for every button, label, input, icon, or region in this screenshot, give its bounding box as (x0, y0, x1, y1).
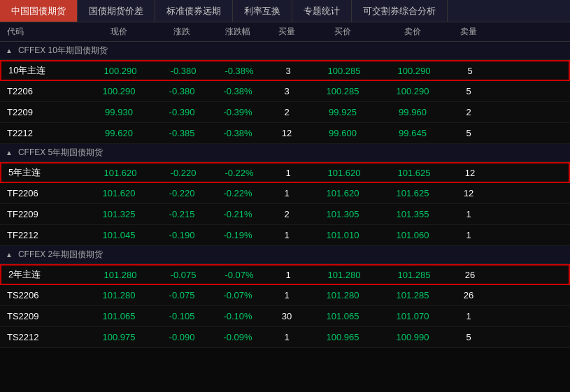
cell-sell-price: 100.290 (378, 86, 448, 96)
cell-change-pct: -0.38% (210, 128, 266, 138)
section-title-10y: ▲ CFFEX 10年期国债期货 (0, 45, 490, 57)
section-label-5y: CFFEX 5年期国债期货 (18, 147, 103, 159)
section-header-10y: ▲ CFFEX 10年期国债期货 (0, 42, 570, 60)
col-buy-price: 买价 (308, 26, 378, 38)
cell-sell-vol: 12 (449, 168, 491, 178)
cell-code: 2年主连 (1, 268, 85, 281)
tab-deliverable[interactable]: 可交割券综合分析 (352, 0, 448, 22)
cell-buy-vol: 12 (266, 128, 308, 138)
cell-buy-vol: 1 (266, 188, 308, 198)
row-5y-main[interactable]: 5年主连 101.620 -0.220 -0.22% 1 101.620 101… (0, 162, 570, 183)
cell-change-pct: -0.10% (210, 311, 266, 321)
cell-sell-price: 101.285 (378, 290, 448, 300)
cell-buy-price: 101.280 (308, 290, 378, 300)
section-title-5y: ▲ CFFEX 5年期国债期货 (0, 147, 490, 159)
cell-price: 101.280 (85, 270, 155, 280)
cell-price: 100.290 (85, 66, 155, 76)
cell-change: -0.075 (154, 290, 210, 300)
cell-buy-price: 99.925 (308, 107, 378, 117)
cell-buy-vol: 3 (266, 86, 308, 96)
cell-price: 101.620 (84, 188, 154, 198)
cell-sell-vol: 5 (448, 128, 490, 138)
cell-change-pct: -0.39% (210, 107, 266, 117)
row-tf2206[interactable]: TF2206 101.620 -0.220 -0.22% 1 101.620 1… (0, 183, 570, 204)
tab-standard-bond[interactable]: 标准债券远期 (155, 0, 233, 22)
table-body: ▲ CFFEX 10年期国债期货 10年主连 100.290 -0.380 -0… (0, 42, 570, 348)
cell-change: -0.385 (154, 128, 210, 138)
cell-sell-vol: 26 (448, 290, 490, 300)
col-sell-price: 卖价 (378, 26, 448, 38)
cell-buy-vol: 1 (266, 230, 308, 240)
cell-buy-price: 101.010 (308, 230, 378, 240)
section-title-2y: ▲ CFFEX 2年期国债期货 (0, 249, 490, 261)
cell-change: -0.075 (155, 270, 211, 280)
cell-code: 5年主连 (1, 166, 85, 179)
cell-sell-price: 101.625 (378, 188, 448, 198)
cell-change: -0.380 (154, 86, 210, 96)
row-tf2209[interactable]: TF2209 101.325 -0.215 -0.21% 2 101.305 1… (0, 204, 570, 225)
row-t2209[interactable]: T2209 99.930 -0.390 -0.39% 2 99.925 99.9… (0, 102, 570, 123)
cell-change-pct: -0.38% (211, 66, 267, 76)
cell-change: -0.390 (154, 107, 210, 117)
cell-buy-price: 100.285 (308, 86, 378, 96)
cell-sell-price: 101.355 (378, 209, 448, 219)
cell-buy-vol: 2 (266, 107, 308, 117)
cell-sell-vol: 1 (448, 311, 490, 321)
cell-buy-price: 101.620 (309, 168, 379, 178)
cell-sell-vol: 5 (448, 332, 490, 342)
cell-change-pct: -0.22% (210, 188, 266, 198)
tab-special-stats[interactable]: 专题统计 (292, 0, 352, 22)
cell-code: TF2209 (0, 209, 84, 219)
cell-price: 101.065 (84, 311, 154, 321)
cell-sell-vol: 5 (449, 66, 491, 76)
cell-change-pct: -0.07% (210, 290, 266, 300)
row-t2206[interactable]: T2206 100.290 -0.380 -0.38% 3 100.285 10… (0, 81, 570, 102)
tab-china-futures[interactable]: 中国国债期货 (0, 0, 78, 22)
row-2y-main[interactable]: 2年主连 101.280 -0.075 -0.07% 1 101.280 101… (0, 264, 570, 285)
cell-buy-vol: 1 (266, 332, 308, 342)
cell-change-pct: -0.19% (210, 230, 266, 240)
cell-buy-price: 101.065 (308, 311, 378, 321)
collapse-arrow-5y[interactable]: ▲ (6, 149, 13, 157)
cell-change: -0.090 (154, 332, 210, 342)
col-change-pct: 涨跌幅 (210, 26, 266, 38)
cell-buy-price: 100.285 (309, 66, 379, 76)
cell-buy-price: 101.620 (308, 188, 378, 198)
collapse-arrow-10y[interactable]: ▲ (6, 47, 13, 55)
cell-price: 100.290 (84, 86, 154, 96)
cell-sell-price: 101.060 (378, 230, 448, 240)
tab-price-diff[interactable]: 国债期货价差 (78, 0, 155, 22)
row-t2212[interactable]: T2212 99.620 -0.385 -0.38% 12 99.600 99.… (0, 123, 570, 144)
cell-sell-price: 101.070 (378, 311, 448, 321)
cell-code: T2212 (0, 128, 84, 138)
cell-buy-vol: 2 (266, 209, 308, 219)
cell-price: 100.975 (84, 332, 154, 342)
row-ts2209[interactable]: TS2209 101.065 -0.105 -0.10% 30 101.065 … (0, 306, 570, 327)
cell-code: TS2206 (0, 290, 84, 300)
row-ts2212[interactable]: TS2212 100.975 -0.090 -0.09% 1 100.965 1… (0, 327, 570, 348)
cell-sell-price: 99.960 (378, 107, 448, 117)
cell-sell-price: 100.290 (379, 66, 449, 76)
tab-rate-swap[interactable]: 利率互换 (233, 0, 292, 22)
col-buy-vol: 买量 (266, 26, 308, 38)
cell-price: 101.325 (84, 209, 154, 219)
cell-change-pct: -0.09% (210, 332, 266, 342)
row-10y-main[interactable]: 10年主连 100.290 -0.380 -0.38% 3 100.285 10… (0, 60, 570, 81)
row-ts2206[interactable]: TS2206 101.280 -0.075 -0.07% 1 101.280 1… (0, 285, 570, 306)
cell-buy-price: 100.965 (308, 332, 378, 342)
col-sell-vol: 卖量 (448, 26, 490, 38)
cell-sell-vol: 12 (448, 188, 490, 198)
collapse-arrow-2y[interactable]: ▲ (6, 251, 13, 259)
cell-sell-price: 101.625 (379, 168, 449, 178)
cell-change-pct: -0.38% (210, 86, 266, 96)
col-code: 代码 (0, 26, 84, 38)
cell-code: T2209 (0, 107, 84, 117)
cell-change-pct: -0.07% (211, 270, 267, 280)
cell-buy-vol: 30 (266, 311, 308, 321)
cell-code: TS2209 (0, 311, 84, 321)
section-header-5y: ▲ CFFEX 5年期国债期货 (0, 144, 570, 162)
section-header-2y: ▲ CFFEX 2年期国债期货 (0, 246, 570, 264)
cell-change-pct: -0.21% (210, 209, 266, 219)
row-tf2212[interactable]: TF2212 101.045 -0.190 -0.19% 1 101.010 1… (0, 225, 570, 246)
cell-code: TF2206 (0, 188, 84, 198)
